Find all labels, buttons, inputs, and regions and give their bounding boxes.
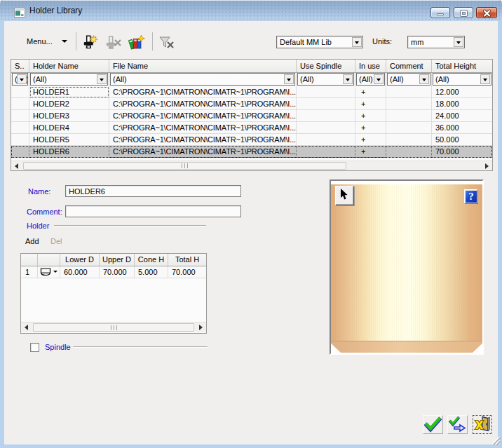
cell-holder-name[interactable]: HOLDER3 <box>29 110 109 122</box>
segment-lower-d[interactable]: 60.000 <box>60 266 100 278</box>
column-header-use-spindle[interactable]: Use Spindle <box>297 60 355 72</box>
segment-horizontal-scrollbar[interactable] <box>21 322 206 332</box>
cell-total-height[interactable]: 50.000 <box>432 134 492 146</box>
del-button-disabled[interactable]: Del <box>50 237 62 245</box>
column-header-holder-name[interactable]: Holder Name <box>29 60 109 72</box>
holder-preview-panel[interactable]: ? <box>330 179 484 355</box>
filter-arrow-icon[interactable] <box>97 74 107 84</box>
filter-arrow-icon[interactable] <box>374 74 384 84</box>
filter-arrow-icon[interactable] <box>343 74 353 84</box>
cell-total-height[interactable]: 24.000 <box>432 110 492 122</box>
units-select-arrow-icon[interactable] <box>454 37 463 47</box>
new-holder-button[interactable] <box>81 33 99 50</box>
resize-grip[interactable] <box>490 435 501 445</box>
segment-row-1[interactable]: 1 60.000 70.000 5.000 70.000 <box>21 266 206 278</box>
cell-comment[interactable] <box>386 110 432 122</box>
column-header-comment[interactable]: Comment <box>386 60 432 72</box>
cell-total-height[interactable]: 12.000 <box>432 86 492 98</box>
cell-use-spindle[interactable] <box>297 134 355 146</box>
filter-select-use-spindle[interactable]: (All) <box>297 73 354 86</box>
cell-file-name[interactable]: C:\PROGRA~1\CIMATRON\CIMATR~1\PROGRAM\I.… <box>109 110 297 122</box>
minimize-button[interactable] <box>430 7 450 18</box>
scroll-left-icon[interactable] <box>15 163 18 169</box>
scroll-right-icon[interactable] <box>485 163 489 169</box>
filter-select-file-name[interactable]: (All) <box>110 73 295 86</box>
column-header-file-name[interactable]: File Name <box>109 60 297 72</box>
scrollbar-thumb[interactable] <box>33 323 194 332</box>
table-row-holder5[interactable]: HOLDER5 C:\PROGRA~1\CIMATRON\CIMATR~1\PR… <box>11 134 492 146</box>
cell-use-spindle[interactable] <box>297 110 355 122</box>
segment-column-total-h[interactable]: Total H <box>168 254 206 266</box>
table-horizontal-scrollbar[interactable] <box>11 161 492 170</box>
segment-column-lower-d[interactable]: Lower D <box>60 254 100 266</box>
delete-holder-button[interactable] <box>104 33 123 50</box>
cell-use-spindle[interactable] <box>297 122 355 134</box>
cell-in-use[interactable]: + <box>355 146 386 158</box>
cell-file-name[interactable]: C:\PROGRA~1\CIMATRON\CIMATR~1\PROGRAM\I.… <box>109 134 297 146</box>
segment-total-h[interactable]: 70.000 <box>168 266 206 278</box>
library-select-arrow-icon[interactable] <box>352 37 362 47</box>
cell-total-height[interactable]: 70.000 <box>432 146 492 158</box>
table-row-holder2[interactable]: HOLDER2 C:\PROGRA~1\CIMATRON\CIMATR~1\PR… <box>11 98 492 110</box>
column-header-in-use[interactable]: In use <box>355 60 386 72</box>
cell-holder-name[interactable]: HOLDER6 <box>29 146 109 158</box>
scroll-left-icon[interactable] <box>25 325 28 330</box>
cell-file-name[interactable]: C:\PROGRA~1\CIMATRON\CIMATR~1\PROGRAM\I.… <box>109 86 297 98</box>
filter-select-s[interactable]: (All) <box>12 73 28 86</box>
cell-comment[interactable] <box>386 122 432 134</box>
new-library-button[interactable] <box>127 33 145 50</box>
select-cursor-button[interactable] <box>335 186 354 205</box>
menu-button[interactable]: Menu... <box>20 34 72 49</box>
restore-button[interactable] <box>454 7 473 18</box>
cell-use-spindle[interactable] <box>297 146 355 158</box>
cell-comment[interactable] <box>386 86 432 98</box>
filter-arrow-icon[interactable] <box>480 74 490 84</box>
column-header-s[interactable]: S.. <box>11 60 29 72</box>
column-header-total-height[interactable]: Total Height <box>432 60 492 72</box>
filter-select-in-use[interactable]: (All) <box>356 73 385 86</box>
add-button[interactable]: Add <box>25 237 39 245</box>
cell-in-use[interactable]: + <box>355 98 386 110</box>
close-button[interactable] <box>476 7 497 18</box>
cell-comment[interactable] <box>386 134 432 146</box>
ok-button[interactable] <box>423 415 443 434</box>
filter-arrow-icon[interactable] <box>419 74 429 84</box>
cell-holder-name[interactable]: HOLDER5 <box>29 134 109 146</box>
scroll-right-icon[interactable] <box>199 325 203 330</box>
cell-in-use[interactable]: + <box>355 110 386 122</box>
spindle-checkbox[interactable] <box>30 343 39 352</box>
cell-use-spindle[interactable] <box>297 98 355 110</box>
scrollbar-thumb[interactable] <box>23 162 346 170</box>
titlebar[interactable]: Holder Library <box>0 0 502 21</box>
clear-filter-button[interactable] <box>157 33 175 50</box>
filter-select-total-height[interactable]: (All) <box>433 73 491 86</box>
library-select[interactable]: Default MM Lib <box>276 36 363 48</box>
cell-file-name[interactable]: C:\PROGRA~1\CIMATRON\CIMATR~1\PROGRAM\I.… <box>109 98 297 110</box>
segment-cone-h[interactable]: 5.000 <box>135 266 168 278</box>
segment-column-upper-d[interactable]: Upper D <box>100 254 135 266</box>
name-input[interactable] <box>65 185 241 197</box>
table-row-holder6-selected[interactable]: HOLDER6 C:\PROGRA~1\CIMATRON\CIMATR~1\PR… <box>11 146 492 158</box>
apply-button[interactable] <box>447 415 468 434</box>
cell-in-use[interactable]: + <box>355 134 386 146</box>
table-row-holder3[interactable]: HOLDER3 C:\PROGRA~1\CIMATRON\CIMATR~1\PR… <box>11 110 492 122</box>
exit-button[interactable] <box>473 415 492 434</box>
cell-holder-name[interactable]: HOLDER1 <box>29 86 109 98</box>
cell-use-spindle[interactable] <box>297 86 355 98</box>
filter-select-holder-name[interactable]: (All) <box>30 73 108 86</box>
filter-select-comment[interactable]: (All) <box>387 73 430 86</box>
segment-upper-d[interactable]: 70.000 <box>100 266 135 278</box>
segment-type-dropdown-icon[interactable] <box>53 271 57 273</box>
cell-comment[interactable] <box>386 146 432 158</box>
cell-total-height[interactable]: 36.000 <box>432 122 492 134</box>
cell-total-height[interactable]: 18.000 <box>432 98 492 110</box>
cell-in-use[interactable]: + <box>355 122 386 134</box>
filter-arrow-icon[interactable] <box>284 74 294 84</box>
cell-comment[interactable] <box>386 98 432 110</box>
segment-type-cell[interactable] <box>38 266 60 278</box>
cell-holder-name[interactable]: HOLDER4 <box>29 122 109 134</box>
cell-file-name[interactable]: C:\PROGRA~1\CIMATRON\CIMATR~1\PROGRAM\I.… <box>109 146 297 158</box>
filter-arrow-icon[interactable] <box>17 74 27 84</box>
table-row-holder1[interactable]: HOLDER1 C:\PROGRA~1\CIMATRON\CIMATR~1\PR… <box>11 86 492 98</box>
cell-in-use[interactable]: + <box>355 86 386 98</box>
